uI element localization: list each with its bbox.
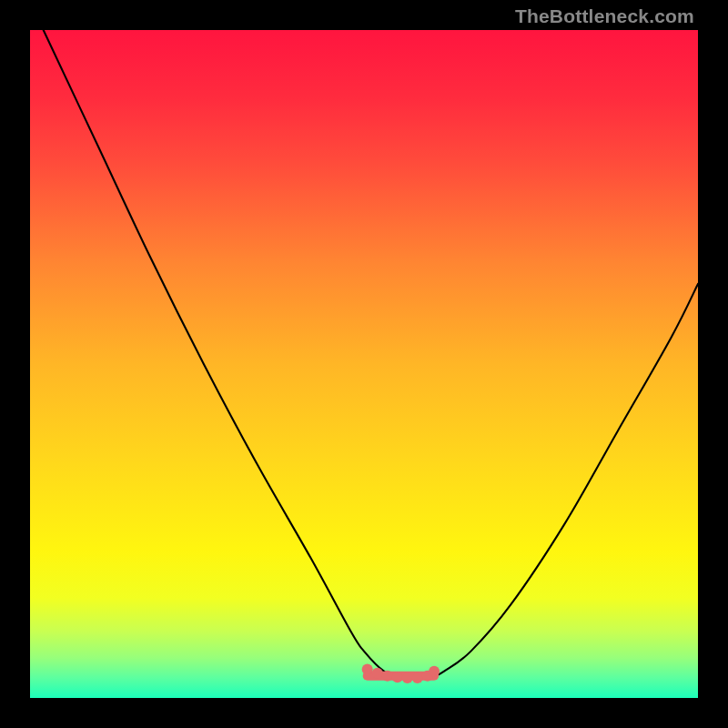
bottleneck-curve: [44, 30, 698, 679]
flat-marker-dot: [412, 672, 423, 683]
flat-marker-dot: [392, 672, 403, 682]
flat-marker-dot: [402, 672, 413, 683]
flat-marker-dot: [382, 671, 393, 682]
chart-plot-area: [30, 30, 698, 698]
chart-curve-layer: [30, 30, 698, 698]
flat-marker-dot: [372, 668, 383, 679]
flat-marker-dot: [362, 663, 373, 674]
watermark-label: TheBottleneck.com: [515, 5, 694, 27]
flat-marker-dot: [429, 666, 440, 677]
